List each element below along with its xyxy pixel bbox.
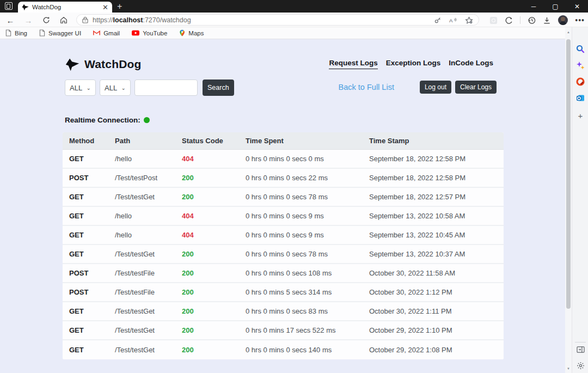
table-row: GET/Test/testGet2000 hrs 0 mins 0 secs 8…: [63, 302, 504, 321]
brand: WatchDog: [65, 57, 142, 71]
maximize-button[interactable]: ▢: [544, 0, 566, 13]
cell-path: /Test/testGet: [115, 193, 182, 201]
bookmark-maps[interactable]: Maps: [179, 29, 204, 36]
table-row: GET/Test/testGet2000 hrs 0 mins 0 secs 7…: [63, 188, 504, 207]
tab-workspaces-icon[interactable]: [5, 2, 13, 10]
cell-status: 404: [182, 212, 246, 220]
sidebar-collapse-button[interactable]: [572, 346, 588, 353]
read-aloud-icon[interactable]: A: [449, 16, 457, 24]
cell-timestamp: October 30, 2022 1:12 PM: [369, 288, 504, 296]
cell-method: POST: [69, 288, 115, 296]
sidebar-divider: [575, 342, 586, 343]
cell-method: GET: [69, 155, 115, 163]
cell-path: /Test/testGet: [115, 307, 182, 315]
sidebar-add-button[interactable]: +: [572, 111, 588, 120]
search-button[interactable]: Search: [203, 80, 234, 96]
cell-method: GET: [69, 193, 115, 201]
close-button[interactable]: ✕: [566, 0, 588, 13]
minimize-button[interactable]: ─: [523, 0, 544, 13]
request-logs-table: Method Path Status Code Time Spent Time …: [63, 132, 504, 359]
table-row: POST/Test/testFile2000 hrs 0 mins 0 secs…: [63, 264, 504, 283]
cell-timestamp: October 30, 2022 1:11 PM: [369, 307, 504, 315]
cell-method: GET: [69, 212, 115, 220]
cell-path: /hello: [115, 231, 182, 239]
page-scrollbar[interactable]: ▲ ▼: [565, 27, 572, 373]
status-filter-select[interactable]: ALL ⌄: [100, 80, 131, 96]
cell-status: 200: [182, 250, 246, 258]
method-filter-select[interactable]: ALL ⌄: [65, 80, 96, 96]
bookmarks-bar: Bing Swagger UI Gmail YouTube Maps: [0, 27, 565, 39]
tab-close-icon[interactable]: ✕: [102, 4, 108, 11]
downloads-icon[interactable]: [543, 16, 551, 25]
watchdog-page: WatchDog Request Logs Exception Logs InC…: [0, 39, 565, 373]
home-button[interactable]: [58, 14, 70, 26]
cell-status: 200: [182, 326, 246, 334]
cell-path: /Test/testGet: [115, 250, 182, 258]
scroll-up-icon[interactable]: ▲: [565, 30, 572, 34]
scrollbar-thumb[interactable]: [566, 39, 571, 309]
table-row: GET/Test/testGet2000 hrs 0 mins 17 secs …: [63, 321, 504, 340]
page-title: WatchDog: [84, 58, 142, 71]
col-method: Method: [69, 137, 115, 145]
settings-menu-icon[interactable]: •••: [575, 16, 585, 25]
cell-path: /Test/testFile: [115, 288, 182, 296]
sidebar-outlook-button[interactable]: [572, 94, 588, 102]
bookmark-gmail[interactable]: Gmail: [93, 30, 120, 36]
chevron-down-icon: ⌄: [121, 85, 126, 91]
cell-time-spent: 0 hrs 0 mins 0 secs 108 ms: [246, 269, 369, 277]
table-row: POST/Test/testPost2000 hrs 0 mins 0 secs…: [63, 169, 504, 188]
actions-bar: Back to Full List Log out Clear Logs: [339, 81, 497, 94]
cell-time-spent: 0 hrs 0 mins 0 secs 78 ms: [246, 193, 369, 201]
sidebar-settings-button[interactable]: [572, 362, 588, 370]
cell-time-spent: 0 hrs 0 mins 0 secs 9 ms: [246, 212, 369, 220]
forward-button[interactable]: →: [22, 14, 34, 26]
clear-logs-button[interactable]: Clear Logs: [455, 81, 497, 94]
refresh-button[interactable]: [40, 14, 52, 26]
cell-timestamp: September 18, 2022 12:58 PM: [369, 155, 504, 163]
history-icon[interactable]: [528, 16, 536, 25]
cell-timestamp: October 30, 2022 11:58 AM: [369, 269, 504, 277]
realtime-status-dot: [144, 117, 150, 123]
cell-method: POST: [69, 269, 115, 277]
favorites-star-icon[interactable]: [465, 16, 473, 24]
page-icon: [5, 29, 11, 36]
watchdog-logo-icon: [65, 57, 80, 71]
url-text: https://localhost:7270/watchdog: [93, 16, 191, 24]
profile-avatar[interactable]: [558, 15, 568, 25]
nav-request-logs[interactable]: Request Logs: [329, 59, 377, 69]
back-to-full-list-link[interactable]: Back to Full List: [339, 83, 394, 91]
cell-timestamp: October 29, 2022 1:10 PM: [369, 326, 504, 334]
address-bar[interactable]: https://localhost:7270/watchdog A: [76, 14, 479, 26]
cell-path: /Test/testPost: [115, 174, 182, 182]
sidebar-search-button[interactable]: [572, 45, 588, 53]
bookmark-bing[interactable]: Bing: [5, 29, 27, 36]
logout-button[interactable]: Log out: [420, 81, 451, 94]
search-input[interactable]: [134, 80, 198, 96]
bookmark-youtube[interactable]: YouTube: [132, 30, 167, 36]
browser-toolbar: ← → https://localhost:7270/watchdog A ••…: [0, 13, 588, 27]
nav-exception-logs[interactable]: Exception Logs: [386, 59, 441, 69]
extension-icon[interactable]: [489, 16, 498, 25]
password-key-icon[interactable]: [434, 16, 442, 24]
sidebar-office-button[interactable]: [572, 77, 588, 86]
gmail-icon: [93, 30, 100, 36]
nav-incode-logs[interactable]: InCode Logs: [449, 59, 493, 69]
bookmark-swagger-ui[interactable]: Swagger UI: [39, 29, 81, 36]
cell-path: /Test/testFile: [115, 269, 182, 277]
cell-status: 200: [182, 193, 246, 201]
browser-tab-watchdog[interactable]: WatchDog ✕: [18, 2, 112, 13]
table-row: GET/hello4040 hrs 0 mins 0 secs 0 msSept…: [63, 150, 504, 169]
scroll-down-icon[interactable]: ▼: [565, 367, 572, 370]
home-icon: [60, 16, 68, 24]
cell-method: GET: [69, 326, 115, 334]
realtime-connection-status: Realtime Connection:: [65, 116, 150, 124]
youtube-icon: [132, 30, 139, 36]
cell-status: 404: [182, 231, 246, 239]
col-status-code: Status Code: [182, 137, 246, 145]
table-row: GET/Test/testGet2000 hrs 0 mins 0 secs 1…: [63, 340, 504, 359]
browser-essentials-icon[interactable]: [505, 16, 513, 25]
tab-title: WatchDog: [32, 4, 99, 10]
back-button[interactable]: ←: [4, 14, 16, 26]
sidebar-copilot-button[interactable]: [572, 61, 588, 70]
new-tab-button[interactable]: +: [117, 2, 122, 11]
